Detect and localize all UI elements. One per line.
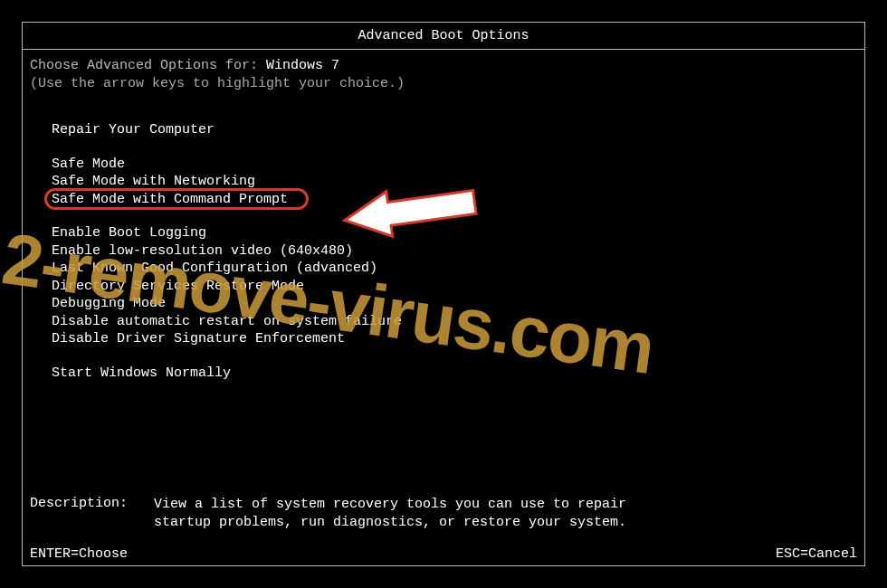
footer-hints: ENTER=Choose ESC=Cancel (30, 546, 857, 562)
boot-options-screen: Advanced Boot Options Choose Advanced Op… (22, 22, 865, 566)
menu-safe-mode[interactable]: Safe Mode (52, 156, 857, 174)
os-name: Windows 7 (266, 58, 339, 73)
boot-menu[interactable]: Repair Your Computer Safe Mode Safe Mode… (52, 121, 857, 382)
title-bar: Advanced Boot Options (23, 23, 864, 50)
menu-safe-mode-command-prompt[interactable]: Safe Mode with Command Prompt (52, 191, 857, 209)
menu-start-normally[interactable]: Start Windows Normally (52, 365, 857, 383)
menu-disable-auto-restart[interactable]: Disable automatic restart on system fail… (52, 313, 857, 331)
choose-label: Choose Advanced Options for: (30, 58, 266, 73)
description-section: Description: View a list of system recov… (30, 496, 857, 531)
enter-hint: ENTER=Choose (30, 546, 128, 562)
menu-repair-computer[interactable]: Repair Your Computer (52, 121, 857, 139)
menu-low-resolution[interactable]: Enable low-resolution video (640x480) (52, 242, 857, 261)
instruction-line: (Use the arrow keys to highlight your ch… (30, 75, 857, 93)
choose-prompt: Choose Advanced Options for: Windows 7 (30, 57, 857, 75)
menu-debugging-mode[interactable]: Debugging Mode (52, 295, 857, 313)
menu-directory-services-restore[interactable]: Directory Services Restore Mode (52, 278, 857, 296)
menu-enable-boot-logging[interactable]: Enable Boot Logging (52, 224, 857, 242)
screen-title: Advanced Boot Options (358, 28, 529, 43)
menu-disable-driver-signature[interactable]: Disable Driver Signature Enforcement (52, 330, 857, 348)
esc-hint: ESC=Cancel (776, 546, 857, 562)
menu-last-known-good[interactable]: Last Known Good Configuration (advanced) (52, 260, 857, 278)
description-text: View a list of system recovery tools you… (154, 496, 661, 531)
content-area: Choose Advanced Options for: Windows 7 (… (30, 57, 857, 398)
menu-safe-mode-networking[interactable]: Safe Mode with Networking (52, 173, 857, 191)
description-label: Description: (30, 496, 146, 511)
menu-item-label: Safe Mode with Command Prompt (52, 192, 288, 207)
